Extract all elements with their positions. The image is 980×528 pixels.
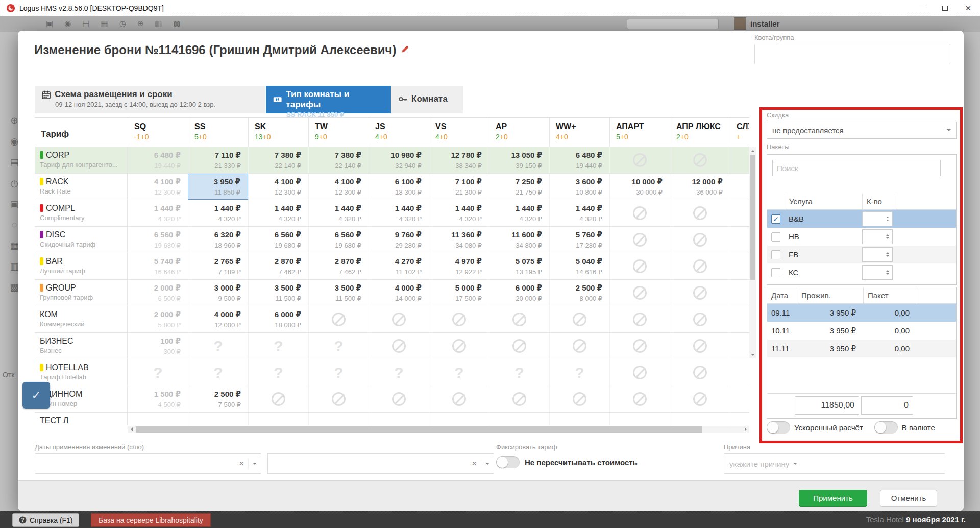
rate-cell-price[interactable]: 4 100 ₽12 300 ₽ — [128, 174, 188, 200]
help-button[interactable]: ? Справка (F1) — [12, 513, 79, 527]
no-recalculate-toggle[interactable] — [496, 456, 520, 468]
rate-cell-price[interactable]: 5 040 ₽14 616 ₽ — [549, 253, 609, 279]
total-accommodation-input[interactable] — [795, 396, 859, 415]
stepper-up-icon[interactable] — [886, 233, 889, 236]
rate-cell-price[interactable]: 6 000 ₽18 000 ₽ — [248, 306, 308, 332]
horizontal-scrollbar[interactable] — [128, 426, 749, 433]
rate-name-cell[interactable]: RACKRack Rate — [35, 174, 128, 200]
rate-cell-price[interactable]: 7 250 ₽21 750 ₽ — [489, 174, 549, 200]
database-server-button[interactable]: База на сервере Librahospitality — [91, 513, 211, 527]
rate-cell-price[interactable]: 1 440 ₽4 320 ₽ — [308, 200, 369, 226]
tab-placement-scheme[interactable]: Схема размещения и сроки 09-12 ноя 2021,… — [35, 86, 265, 113]
close-button[interactable]: × — [957, 0, 980, 16]
rate-cell-price[interactable]: 1 440 ₽4 320 ₽ — [489, 200, 549, 226]
rate-name-cell[interactable]: BARЛучший тариф — [35, 253, 128, 279]
rate-cell-price[interactable]: 3 500 ₽11 500 ₽ — [248, 280, 308, 306]
rate-cell-price[interactable]: 3 000 ₽9 500 ₽ — [188, 280, 248, 306]
rate-name-cell[interactable]: DISCСкидочный тариф — [35, 227, 128, 253]
in-currency-toggle[interactable] — [874, 421, 898, 434]
rate-cell-price[interactable]: 6 320 ₽18 960 ₽ — [188, 227, 248, 253]
apply-button[interactable]: Применить — [799, 490, 867, 507]
rate-cell-price[interactable]: 7 110 ₽21 330 ₽ — [188, 147, 248, 173]
minimize-button[interactable] — [910, 0, 933, 16]
scroll-up-arrow[interactable] — [749, 147, 756, 154]
rate-cell-price[interactable]: 2 500 ₽7 500 ₽ — [188, 386, 248, 412]
vertical-scroll-thumb[interactable] — [750, 155, 755, 280]
rate-name-cell[interactable]: CORPТариф для контрагенто... — [35, 147, 128, 173]
stepper-up-icon[interactable] — [886, 215, 889, 218]
service-row-КС[interactable]: КС — [767, 263, 956, 281]
rate-cell-price[interactable]: 1 440 ₽4 320 ₽ — [128, 200, 188, 226]
rate-cell-price[interactable]: 12 000 ₽36 000 ₽ — [670, 174, 730, 200]
rate-cell-price[interactable]: 6 100 ₽18 300 ₽ — [369, 174, 429, 200]
rate-cell-price[interactable]: 7 380 ₽22 140 ₽ — [308, 147, 369, 173]
rate-cell-price[interactable]: 3 600 ₽10 800 ₽ — [549, 174, 609, 200]
rate-cell-price[interactable]: 6 560 ₽19 680 ₽ — [248, 227, 308, 253]
scroll-left-arrow[interactable] — [128, 426, 135, 433]
rate-cell-price[interactable]: 2 000 ₽5 800 ₽ — [128, 306, 188, 332]
rate-cell-price[interactable]: 10 980 ₽32 940 ₽ — [369, 147, 429, 173]
rate-cell-price[interactable]: 1 440 ₽4 320 ₽ — [188, 200, 248, 226]
service-row-B&B[interactable]: ✓B&B — [767, 210, 956, 228]
clear-icon[interactable]: × — [468, 459, 481, 469]
quantity-stepper[interactable] — [862, 247, 893, 262]
scroll-down-arrow[interactable] — [749, 351, 756, 358]
rate-cell-price[interactable]: 4 100 ₽12 300 ₽ — [308, 174, 369, 200]
checkbox-unchecked[interactable] — [771, 250, 780, 259]
stepper-up-icon[interactable] — [886, 269, 889, 272]
day-row-09.11[interactable]: 09.113 950 ₽0,00 — [767, 304, 956, 322]
rate-cell-price[interactable]: 9 760 ₽29 280 ₽ — [369, 227, 429, 253]
rate-cell-price[interactable]: 2 870 ₽7 462 ₽ — [308, 253, 369, 279]
rate-name-cell[interactable]: COMPLComplimentary — [35, 200, 128, 226]
rate-cell-price[interactable]: 1 440 ₽4 320 ₽ — [549, 200, 609, 226]
rate-cell-price[interactable]: 1 440 ₽4 320 ₽ — [369, 200, 429, 226]
tab-room-type-rates[interactable]: 1Тип комнаты и тарифы SS RACK 11 850 ₽ — [266, 86, 391, 113]
rate-cell-price[interactable]: 12 780 ₽38 340 ₽ — [429, 147, 489, 173]
rate-cell-price[interactable]: 11 600 ₽34 800 ₽ — [489, 227, 549, 253]
date-from-select[interactable]: × — [35, 453, 261, 474]
rate-cell-price[interactable]: 100 ₽300 ₽ — [128, 333, 188, 359]
reason-select[interactable]: укажите причину — [724, 453, 945, 474]
rate-cell-price[interactable]: 6 480 ₽19 440 ₽ — [128, 147, 188, 173]
cancel-button[interactable]: Отменить — [880, 490, 937, 507]
rate-cell-price[interactable]: 13 050 ₽39 150 ₽ — [489, 147, 549, 173]
rate-cell-price[interactable]: 4 000 ₽14 000 ₽ — [369, 280, 429, 306]
rate-cell-price[interactable]: 6 000 ₽20 000 ₽ — [489, 280, 549, 306]
quota-group-input[interactable] — [754, 44, 950, 64]
fast-calculation-toggle[interactable] — [767, 421, 790, 434]
rate-cell-price[interactable]: 7 380 ₽22 140 ₽ — [248, 147, 308, 173]
rate-cell-price[interactable]: 6 560 ₽19 680 ₽ — [128, 227, 188, 253]
rate-cell-price[interactable]: 5 740 ₽16 646 ₽ — [128, 253, 188, 279]
quantity-stepper[interactable] — [862, 265, 893, 280]
day-row-11.11[interactable]: 11.113 950 ₽0,00 — [767, 340, 956, 357]
stepper-down-icon[interactable] — [886, 237, 889, 241]
checkbox-unchecked[interactable] — [771, 268, 780, 277]
rate-cell-price[interactable]: 4 970 ₽12 922 ₽ — [429, 253, 489, 279]
discount-select[interactable]: не предоставляется — [767, 122, 957, 139]
rate-name-cell[interactable]: БИЗНЕСБизнес — [35, 333, 128, 359]
rate-cell-price[interactable]: 2 765 ₽7 189 ₽ — [188, 253, 248, 279]
service-row-HB[interactable]: HB — [767, 228, 956, 246]
rate-cell-price[interactable]: 7 100 ₽21 300 ₽ — [429, 174, 489, 200]
stepper-down-icon[interactable] — [886, 220, 889, 223]
rate-cell-price[interactable]: 4 000 ₽12 000 ₽ — [188, 306, 248, 332]
edit-pencil-icon[interactable] — [401, 42, 410, 56]
quantity-stepper[interactable] — [862, 229, 893, 244]
maximize-button[interactable] — [933, 0, 957, 16]
tab-room[interactable]: Комната — [391, 86, 463, 113]
rate-cell-price[interactable]: 5 075 ₽13 195 ₽ — [489, 253, 549, 279]
quantity-stepper[interactable] — [862, 211, 893, 226]
rate-cell-price[interactable]: 3 500 ₽11 500 ₽ — [308, 280, 369, 306]
rate-name-cell[interactable]: GROUPГрупповой тариф — [35, 280, 128, 306]
rate-cell-price[interactable]: 2 870 ₽7 462 ₽ — [248, 253, 308, 279]
rate-cell-price[interactable]: 2 500 ₽8 000 ₽ — [549, 280, 609, 306]
rate-name-cell[interactable]: HOTELLABТариф Hotellab — [35, 359, 128, 386]
rate-cell-price[interactable]: 1 500 ₽4 500 ₽ — [128, 386, 188, 412]
horizontal-scroll-thumb[interactable] — [136, 426, 702, 433]
rate-cell-price[interactable]: 6 560 ₽19 680 ₽ — [308, 227, 369, 253]
scroll-right-arrow[interactable] — [742, 426, 749, 433]
vertical-scrollbar[interactable] — [749, 147, 756, 358]
rate-cell-price[interactable]: 4 100 ₽12 300 ₽ — [248, 174, 308, 200]
rate-cell-price[interactable]: 1 440 ₽4 320 ₽ — [248, 200, 308, 226]
rate-name-cell[interactable]: КОМКоммерческий — [35, 306, 128, 332]
